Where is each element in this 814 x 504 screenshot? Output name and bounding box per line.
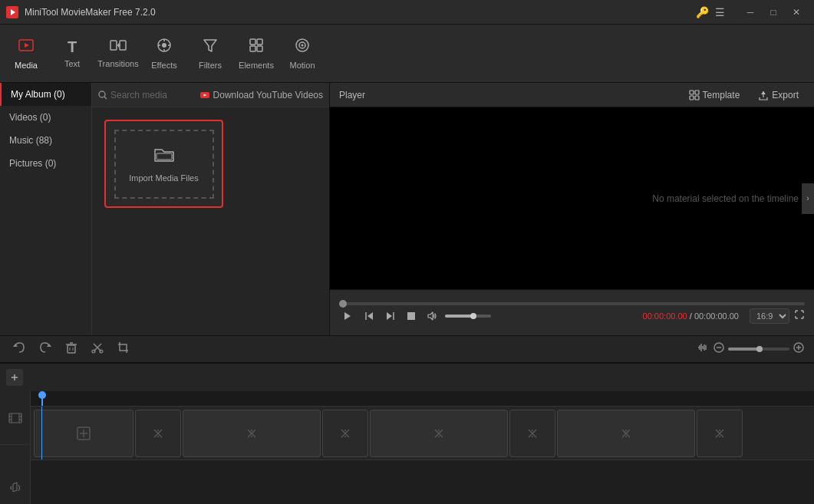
- undo-button[interactable]: [9, 338, 29, 361]
- motion-icon: [294, 37, 311, 58]
- track-segment-6[interactable]: [557, 410, 695, 457]
- media-icon: [18, 37, 35, 58]
- svg-point-21: [302, 44, 304, 47]
- delete-button[interactable]: [61, 338, 81, 361]
- transition-icon-6: [619, 427, 633, 440]
- template-button[interactable]: Template: [683, 87, 746, 103]
- volume-slider[interactable]: [445, 315, 491, 318]
- fullscreen-icon: [794, 309, 805, 320]
- album-item-myalbum[interactable]: My Album (0): [0, 83, 91, 106]
- volume-button[interactable]: [423, 309, 440, 323]
- video-track-icon: [8, 411, 22, 425]
- export-label: Export: [772, 90, 799, 100]
- progress-handle[interactable]: [339, 300, 347, 308]
- album-item-pictures[interactable]: Pictures (0): [0, 152, 91, 175]
- toolbar-text[interactable]: T Text: [49, 27, 95, 81]
- transitions-icon: [110, 38, 127, 56]
- stop-button[interactable]: [404, 310, 419, 322]
- time-total: 00:00:00.00: [694, 311, 739, 321]
- toolbar-motion[interactable]: Motion: [279, 27, 325, 81]
- playhead-area[interactable]: [31, 391, 814, 407]
- elements-label: Elements: [239, 61, 274, 70]
- toolbar-transitions[interactable]: Transitions: [95, 27, 141, 81]
- fullscreen-button[interactable]: [794, 309, 805, 322]
- player-panel: Player Template Export ›: [330, 83, 814, 335]
- transition-icon-1: [151, 427, 165, 440]
- track-segment-5[interactable]: [509, 410, 555, 457]
- svg-rect-18: [257, 46, 262, 51]
- volume-icon: [427, 311, 437, 321]
- collapse-handle[interactable]: ›: [802, 183, 814, 214]
- video-track-label: [0, 391, 30, 445]
- svg-rect-28: [695, 91, 699, 94]
- window-controls: ─ □ ✕: [739, 4, 808, 21]
- track-segment-3[interactable]: [322, 410, 368, 457]
- timeline: [0, 363, 814, 504]
- track-segment-0[interactable]: [34, 410, 133, 457]
- export-icon: [758, 90, 769, 100]
- download-youtube-button[interactable]: Download YouTube Videos: [199, 90, 323, 100]
- time-display: 00:00:00.00 / 00:00:00.00: [643, 311, 739, 321]
- video-screen: › No material selected on the timeline: [330, 107, 814, 289]
- timeline-header: [0, 364, 814, 391]
- album-item-music[interactable]: Music (88): [0, 129, 91, 152]
- toolbar-elements[interactable]: Elements: [233, 27, 279, 81]
- minimize-button[interactable]: ─: [739, 4, 762, 21]
- toolbar-media[interactable]: Media: [3, 27, 49, 81]
- play-button[interactable]: [339, 309, 356, 323]
- zoom-in-button[interactable]: [793, 341, 805, 357]
- media-toolbar: Search media Download YouTube Videos: [92, 83, 329, 107]
- cut-button[interactable]: [87, 338, 107, 361]
- track-segment-1[interactable]: [135, 410, 181, 457]
- close-button[interactable]: ✕: [785, 4, 808, 21]
- svg-marker-35: [367, 312, 373, 320]
- key-icon[interactable]: 🔑: [694, 5, 710, 20]
- video-track-inner: [31, 407, 814, 460]
- crop-button[interactable]: [114, 338, 133, 361]
- titlebar: MiniTool MovieMaker Free 7.2.0 🔑 ☰ ─ □ ✕: [0, 0, 814, 25]
- restore-button[interactable]: □: [762, 4, 785, 21]
- search-bar[interactable]: Search media: [98, 90, 193, 100]
- toolbar-filters[interactable]: Filters: [187, 27, 233, 81]
- progress-bar[interactable]: [339, 302, 805, 305]
- transition-icon-2: [245, 427, 259, 440]
- next-frame-button[interactable]: [382, 309, 399, 323]
- menu-icon[interactable]: ☰: [713, 5, 727, 20]
- filters-icon: [202, 37, 219, 58]
- track-segment-7[interactable]: [697, 410, 743, 457]
- search-placeholder: Search media: [110, 90, 167, 100]
- no-material-text: No material selected on the timeline: [652, 193, 799, 204]
- crop-icon: [117, 341, 130, 354]
- zoom-out-button[interactable]: [713, 341, 725, 357]
- svg-rect-17: [250, 46, 255, 51]
- transition-icon-7: [713, 427, 727, 440]
- album-item-videos[interactable]: Videos (0): [0, 106, 91, 129]
- svg-marker-37: [387, 312, 392, 320]
- svg-rect-15: [250, 39, 255, 44]
- toolbar-effects[interactable]: Effects: [141, 27, 187, 81]
- video-track: [31, 407, 814, 460]
- volume-handle[interactable]: [470, 313, 476, 319]
- export-button[interactable]: Export: [752, 87, 805, 103]
- zoom-handle[interactable]: [756, 346, 763, 352]
- main-area: My Album (0) Videos (0) Music (88) Pictu…: [0, 83, 814, 335]
- add-media-button[interactable]: [6, 369, 23, 386]
- effects-label: Effects: [151, 61, 176, 70]
- redo-icon: [38, 341, 52, 354]
- effects-icon: [156, 37, 173, 58]
- play-icon: [342, 311, 353, 321]
- title-icons: 🔑 ☰: [694, 5, 727, 20]
- zoom-in-icon: [793, 341, 805, 354]
- aspect-ratio-select[interactable]: 16:9 9:16 4:3 1:1: [750, 308, 789, 324]
- zoom-audio-button[interactable]: [696, 341, 710, 357]
- search-icon: [98, 91, 107, 100]
- media-grid: Import Media Files: [92, 107, 329, 335]
- track-segment-4[interactable]: [370, 410, 508, 457]
- svg-marker-33: [344, 312, 351, 320]
- svg-rect-30: [695, 96, 699, 100]
- prev-frame-button[interactable]: [361, 309, 377, 323]
- redo-button[interactable]: [35, 338, 55, 361]
- zoom-slider[interactable]: [728, 348, 789, 351]
- track-segment-2[interactable]: [183, 410, 321, 457]
- import-media-button[interactable]: Import Media Files: [104, 120, 223, 208]
